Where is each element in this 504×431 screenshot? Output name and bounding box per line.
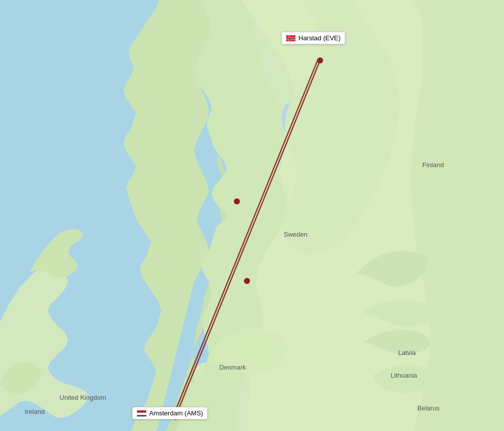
svg-point-6 xyxy=(172,414,178,420)
map-svg xyxy=(0,0,504,431)
map-container: Harstad (EVE) Amsterdam (AMS) Finland Sw… xyxy=(0,0,504,431)
svg-point-3 xyxy=(234,198,240,204)
svg-point-4 xyxy=(244,278,250,284)
svg-point-5 xyxy=(317,57,323,63)
